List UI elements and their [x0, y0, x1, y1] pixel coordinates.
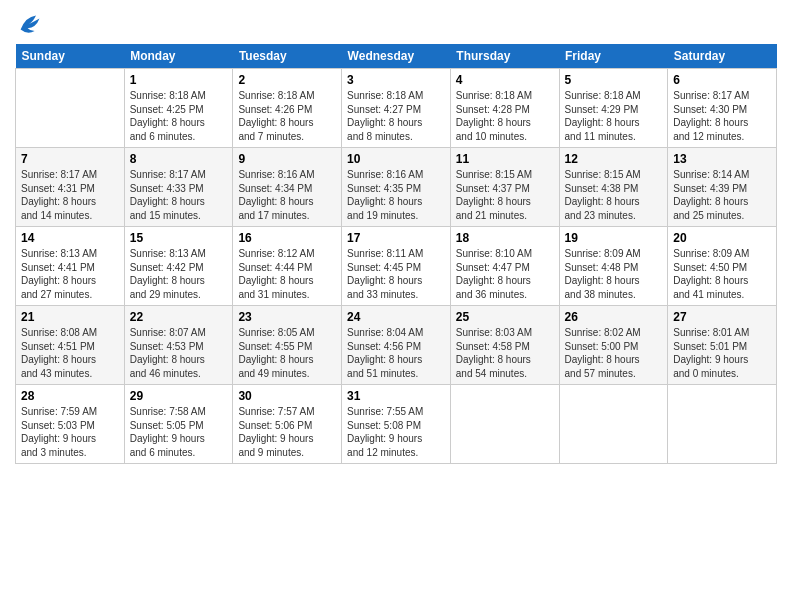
weekday-header-monday: Monday	[124, 44, 233, 69]
day-number: 10	[347, 152, 445, 166]
calendar-cell: 9Sunrise: 8:16 AM Sunset: 4:34 PM Daylig…	[233, 148, 342, 227]
calendar-cell: 27Sunrise: 8:01 AM Sunset: 5:01 PM Dayli…	[668, 306, 777, 385]
day-number: 3	[347, 73, 445, 87]
day-number: 25	[456, 310, 554, 324]
day-number: 29	[130, 389, 228, 403]
weekday-header-sunday: Sunday	[16, 44, 125, 69]
header	[15, 10, 777, 38]
calendar-cell	[668, 385, 777, 464]
weekday-header-saturday: Saturday	[668, 44, 777, 69]
day-info: Sunrise: 8:17 AM Sunset: 4:33 PM Dayligh…	[130, 168, 228, 222]
day-number: 19	[565, 231, 663, 245]
day-info: Sunrise: 7:58 AM Sunset: 5:05 PM Dayligh…	[130, 405, 228, 459]
day-info: Sunrise: 8:16 AM Sunset: 4:34 PM Dayligh…	[238, 168, 336, 222]
calendar-cell: 2Sunrise: 8:18 AM Sunset: 4:26 PM Daylig…	[233, 69, 342, 148]
day-info: Sunrise: 8:18 AM Sunset: 4:25 PM Dayligh…	[130, 89, 228, 143]
calendar-cell: 3Sunrise: 8:18 AM Sunset: 4:27 PM Daylig…	[342, 69, 451, 148]
day-info: Sunrise: 8:18 AM Sunset: 4:29 PM Dayligh…	[565, 89, 663, 143]
day-number: 30	[238, 389, 336, 403]
calendar-cell: 18Sunrise: 8:10 AM Sunset: 4:47 PM Dayli…	[450, 227, 559, 306]
day-info: Sunrise: 8:03 AM Sunset: 4:58 PM Dayligh…	[456, 326, 554, 380]
calendar-week-row: 21Sunrise: 8:08 AM Sunset: 4:51 PM Dayli…	[16, 306, 777, 385]
day-info: Sunrise: 8:16 AM Sunset: 4:35 PM Dayligh…	[347, 168, 445, 222]
logo	[15, 10, 47, 38]
weekday-header-thursday: Thursday	[450, 44, 559, 69]
day-info: Sunrise: 8:09 AM Sunset: 4:48 PM Dayligh…	[565, 247, 663, 301]
day-number: 21	[21, 310, 119, 324]
day-info: Sunrise: 8:18 AM Sunset: 4:26 PM Dayligh…	[238, 89, 336, 143]
calendar-cell: 7Sunrise: 8:17 AM Sunset: 4:31 PM Daylig…	[16, 148, 125, 227]
day-info: Sunrise: 7:57 AM Sunset: 5:06 PM Dayligh…	[238, 405, 336, 459]
calendar-cell: 13Sunrise: 8:14 AM Sunset: 4:39 PM Dayli…	[668, 148, 777, 227]
day-number: 22	[130, 310, 228, 324]
day-number: 28	[21, 389, 119, 403]
calendar-cell: 19Sunrise: 8:09 AM Sunset: 4:48 PM Dayli…	[559, 227, 668, 306]
page-container: SundayMondayTuesdayWednesdayThursdayFrid…	[0, 0, 792, 474]
day-number: 17	[347, 231, 445, 245]
calendar-week-row: 28Sunrise: 7:59 AM Sunset: 5:03 PM Dayli…	[16, 385, 777, 464]
calendar-cell: 8Sunrise: 8:17 AM Sunset: 4:33 PM Daylig…	[124, 148, 233, 227]
weekday-header-tuesday: Tuesday	[233, 44, 342, 69]
calendar-cell: 16Sunrise: 8:12 AM Sunset: 4:44 PM Dayli…	[233, 227, 342, 306]
day-info: Sunrise: 8:12 AM Sunset: 4:44 PM Dayligh…	[238, 247, 336, 301]
day-number: 27	[673, 310, 771, 324]
calendar-cell: 20Sunrise: 8:09 AM Sunset: 4:50 PM Dayli…	[668, 227, 777, 306]
weekday-header-row: SundayMondayTuesdayWednesdayThursdayFrid…	[16, 44, 777, 69]
day-info: Sunrise: 8:14 AM Sunset: 4:39 PM Dayligh…	[673, 168, 771, 222]
day-number: 6	[673, 73, 771, 87]
calendar-cell: 15Sunrise: 8:13 AM Sunset: 4:42 PM Dayli…	[124, 227, 233, 306]
day-number: 13	[673, 152, 771, 166]
calendar-cell: 5Sunrise: 8:18 AM Sunset: 4:29 PM Daylig…	[559, 69, 668, 148]
calendar-cell: 11Sunrise: 8:15 AM Sunset: 4:37 PM Dayli…	[450, 148, 559, 227]
day-number: 7	[21, 152, 119, 166]
calendar-cell	[16, 69, 125, 148]
day-number: 5	[565, 73, 663, 87]
day-number: 4	[456, 73, 554, 87]
day-info: Sunrise: 8:02 AM Sunset: 5:00 PM Dayligh…	[565, 326, 663, 380]
day-number: 16	[238, 231, 336, 245]
day-info: Sunrise: 8:15 AM Sunset: 4:37 PM Dayligh…	[456, 168, 554, 222]
day-number: 26	[565, 310, 663, 324]
day-number: 8	[130, 152, 228, 166]
day-number: 20	[673, 231, 771, 245]
day-info: Sunrise: 8:08 AM Sunset: 4:51 PM Dayligh…	[21, 326, 119, 380]
calendar-week-row: 1Sunrise: 8:18 AM Sunset: 4:25 PM Daylig…	[16, 69, 777, 148]
calendar-cell: 24Sunrise: 8:04 AM Sunset: 4:56 PM Dayli…	[342, 306, 451, 385]
weekday-header-wednesday: Wednesday	[342, 44, 451, 69]
calendar-week-row: 7Sunrise: 8:17 AM Sunset: 4:31 PM Daylig…	[16, 148, 777, 227]
day-number: 31	[347, 389, 445, 403]
day-number: 12	[565, 152, 663, 166]
calendar-table: SundayMondayTuesdayWednesdayThursdayFrid…	[15, 44, 777, 464]
logo-bird-icon	[15, 10, 43, 38]
calendar-cell: 23Sunrise: 8:05 AM Sunset: 4:55 PM Dayli…	[233, 306, 342, 385]
day-info: Sunrise: 8:13 AM Sunset: 4:42 PM Dayligh…	[130, 247, 228, 301]
day-info: Sunrise: 8:07 AM Sunset: 4:53 PM Dayligh…	[130, 326, 228, 380]
day-info: Sunrise: 8:15 AM Sunset: 4:38 PM Dayligh…	[565, 168, 663, 222]
calendar-cell: 4Sunrise: 8:18 AM Sunset: 4:28 PM Daylig…	[450, 69, 559, 148]
day-number: 1	[130, 73, 228, 87]
calendar-week-row: 14Sunrise: 8:13 AM Sunset: 4:41 PM Dayli…	[16, 227, 777, 306]
calendar-cell: 30Sunrise: 7:57 AM Sunset: 5:06 PM Dayli…	[233, 385, 342, 464]
day-info: Sunrise: 7:59 AM Sunset: 5:03 PM Dayligh…	[21, 405, 119, 459]
day-info: Sunrise: 8:09 AM Sunset: 4:50 PM Dayligh…	[673, 247, 771, 301]
day-number: 14	[21, 231, 119, 245]
day-info: Sunrise: 7:55 AM Sunset: 5:08 PM Dayligh…	[347, 405, 445, 459]
calendar-cell: 21Sunrise: 8:08 AM Sunset: 4:51 PM Dayli…	[16, 306, 125, 385]
day-number: 15	[130, 231, 228, 245]
calendar-cell: 31Sunrise: 7:55 AM Sunset: 5:08 PM Dayli…	[342, 385, 451, 464]
day-info: Sunrise: 8:13 AM Sunset: 4:41 PM Dayligh…	[21, 247, 119, 301]
calendar-cell: 28Sunrise: 7:59 AM Sunset: 5:03 PM Dayli…	[16, 385, 125, 464]
calendar-cell: 29Sunrise: 7:58 AM Sunset: 5:05 PM Dayli…	[124, 385, 233, 464]
day-number: 2	[238, 73, 336, 87]
day-info: Sunrise: 8:01 AM Sunset: 5:01 PM Dayligh…	[673, 326, 771, 380]
day-info: Sunrise: 8:05 AM Sunset: 4:55 PM Dayligh…	[238, 326, 336, 380]
weekday-header-friday: Friday	[559, 44, 668, 69]
calendar-cell: 12Sunrise: 8:15 AM Sunset: 4:38 PM Dayli…	[559, 148, 668, 227]
day-info: Sunrise: 8:10 AM Sunset: 4:47 PM Dayligh…	[456, 247, 554, 301]
day-info: Sunrise: 8:04 AM Sunset: 4:56 PM Dayligh…	[347, 326, 445, 380]
day-number: 9	[238, 152, 336, 166]
calendar-cell: 1Sunrise: 8:18 AM Sunset: 4:25 PM Daylig…	[124, 69, 233, 148]
calendar-cell	[559, 385, 668, 464]
calendar-cell: 6Sunrise: 8:17 AM Sunset: 4:30 PM Daylig…	[668, 69, 777, 148]
calendar-cell: 26Sunrise: 8:02 AM Sunset: 5:00 PM Dayli…	[559, 306, 668, 385]
